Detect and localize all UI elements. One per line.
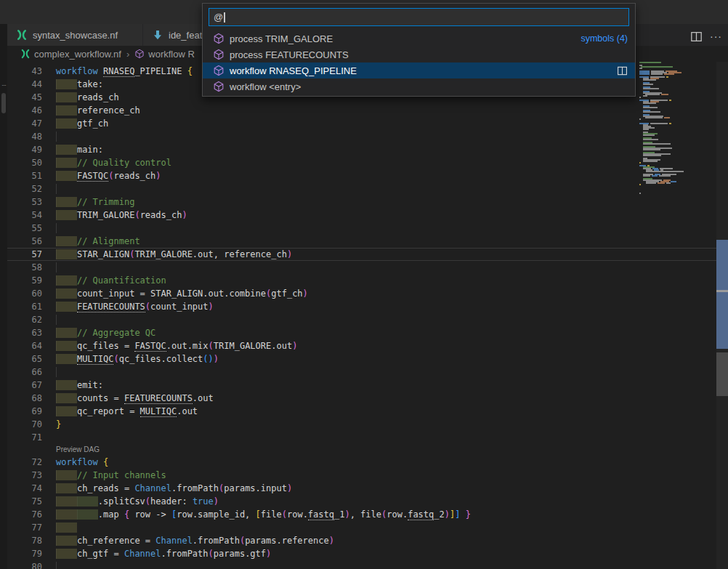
open-to-side-icon[interactable] bbox=[617, 65, 628, 76]
line-number: 56 bbox=[7, 235, 42, 248]
code-line[interactable]: 78 ch_reference = Channel.fromPath(param… bbox=[7, 534, 728, 547]
line-number: 71 bbox=[7, 431, 42, 444]
line-content: // Quantification bbox=[56, 274, 166, 287]
scrollbar-thumb[interactable] bbox=[716, 352, 728, 396]
code-line[interactable]: 68 counts = FEATURECOUNTS.out bbox=[7, 392, 728, 405]
code-line[interactable]: 71 bbox=[7, 431, 728, 444]
split-editor-icon[interactable] bbox=[690, 31, 703, 43]
quick-open-item-label: workflow <entry> bbox=[230, 81, 301, 92]
code-line[interactable]: 59 // Quantification bbox=[7, 274, 728, 287]
line-number: 80 bbox=[7, 560, 42, 569]
line-content: ch_reference = Channel.fromPath(params.r… bbox=[56, 534, 334, 547]
code-editor[interactable]: 43workflow RNASEQ_PIPELINE {44 take:45 r… bbox=[7, 62, 728, 569]
line-number: 47 bbox=[7, 117, 42, 130]
code-line[interactable]: 72workflow { bbox=[7, 456, 728, 469]
scrollbar-track[interactable] bbox=[716, 62, 728, 569]
line-content bbox=[56, 222, 77, 235]
text-cursor bbox=[224, 12, 225, 23]
line-number: 49 bbox=[7, 143, 42, 156]
line-number: 67 bbox=[7, 379, 42, 392]
code-line[interactable]: 61 FEATURECOUNTS(count_input) bbox=[7, 300, 728, 313]
codelens-preview-dag[interactable]: Preview DAG bbox=[7, 444, 728, 456]
code-line[interactable]: 48 bbox=[7, 130, 728, 143]
line-number: 79 bbox=[7, 547, 42, 560]
quick-open-item[interactable]: process FEATURECOUNTS bbox=[203, 47, 635, 62]
code-line[interactable]: 51 FASTQC(reads_ch) bbox=[7, 169, 728, 182]
symbol-cube-icon bbox=[134, 49, 145, 59]
line-number: 69 bbox=[7, 405, 42, 418]
line-number: 45 bbox=[7, 91, 42, 104]
line-number: 58 bbox=[7, 261, 42, 274]
code-line[interactable]: 58 bbox=[7, 261, 728, 274]
line-content: qc_files = FASTQC.out.mix(TRIM_GALORE.ou… bbox=[56, 339, 297, 352]
line-content: workflow { bbox=[56, 456, 108, 469]
code-line[interactable]: 65 MULTIQC(qc_files.collect()) bbox=[7, 352, 728, 366]
quick-open-item[interactable]: process TRIM_GALOREsymbols (4) bbox=[203, 31, 635, 47]
line-content bbox=[56, 261, 77, 274]
code-line[interactable]: 66 bbox=[7, 366, 728, 379]
line-content bbox=[56, 313, 77, 326]
code-line[interactable]: 80 bbox=[7, 560, 728, 569]
overflow-ellipsis-icon[interactable]: ··· bbox=[0, 81, 7, 89]
code-line[interactable]: 46 reference_ch bbox=[7, 104, 728, 117]
code-line[interactable]: 49 main: bbox=[7, 143, 728, 156]
code-line[interactable]: 64 qc_files = FASTQC.out.mix(TRIM_GALORE… bbox=[7, 339, 728, 352]
code-line[interactable]: 50 // Quality control bbox=[7, 156, 728, 169]
code-line[interactable]: 69 qc_report = MULTIQC.out bbox=[7, 405, 728, 418]
line-number: 51 bbox=[7, 169, 42, 182]
code-line[interactable]: 54 TRIM_GALORE(reads_ch) bbox=[7, 209, 728, 222]
code-line[interactable]: 70} bbox=[7, 418, 728, 431]
scrollbar-decoration-lower[interactable] bbox=[716, 292, 728, 349]
symbol-cube-icon bbox=[213, 49, 225, 60]
line-content bbox=[56, 130, 77, 143]
line-content: FEATURECOUNTS(count_input) bbox=[56, 300, 214, 313]
code-line[interactable]: 62 bbox=[7, 313, 728, 326]
code-line[interactable]: 60 count_input = STAR_ALIGN.out.combine(… bbox=[7, 287, 728, 300]
line-content: .map { row -> [row.sample_id, [file(row.… bbox=[56, 508, 471, 521]
breadcrumb-separator: › bbox=[125, 49, 131, 60]
code-line[interactable]: 75 .splitCsv(header: true) bbox=[7, 495, 728, 508]
code-line[interactable]: 56 // Alignment bbox=[7, 235, 728, 248]
code-area: 43workflow RNASEQ_PIPELINE {44 take:45 r… bbox=[7, 65, 728, 569]
line-content bbox=[56, 182, 77, 195]
line-number: 75 bbox=[7, 495, 42, 508]
quick-open-item-label: process TRIM_GALORE bbox=[230, 33, 333, 44]
code-line[interactable]: 74 ch_reads = Channel.fromPath(params.in… bbox=[7, 482, 728, 495]
code-line[interactable]: 67 emit: bbox=[7, 379, 728, 392]
quick-open-input[interactable]: @ bbox=[209, 8, 629, 26]
line-content: qc_report = MULTIQC.out bbox=[56, 405, 198, 418]
code-line[interactable]: 76 .map { row -> [row.sample_id, [file(r… bbox=[7, 508, 728, 521]
line-content: // Alignment bbox=[56, 235, 140, 248]
line-content: reads_ch bbox=[56, 91, 119, 104]
code-line[interactable]: 53 // Trimming bbox=[7, 195, 728, 209]
line-number: 50 bbox=[7, 156, 42, 169]
code-line[interactable]: 63 // Aggregate QC bbox=[7, 326, 728, 339]
more-actions-icon[interactable]: ··· bbox=[710, 31, 722, 42]
code-line[interactable]: 47 gtf_ch bbox=[7, 117, 728, 130]
line-content: FASTQC(reads_ch) bbox=[56, 169, 161, 182]
minimap-row bbox=[639, 193, 706, 194]
tab-syntax-showcase[interactable]: syntax_showcase.nf bbox=[7, 24, 142, 46]
line-number: 61 bbox=[7, 300, 42, 313]
breadcrumb-file[interactable]: complex_workflow.nf bbox=[34, 49, 121, 60]
quick-open-item[interactable]: workflow RNASEQ_PIPELINE bbox=[203, 62, 635, 78]
line-content: take: bbox=[56, 78, 103, 91]
code-line[interactable]: 77 bbox=[7, 521, 728, 534]
line-number: 78 bbox=[7, 534, 42, 547]
line-content: // Aggregate QC bbox=[56, 326, 155, 339]
code-line[interactable]: 73 // Input channels bbox=[7, 469, 728, 482]
line-number: 63 bbox=[7, 326, 42, 339]
code-line[interactable]: 79 ch_gtf = Channel.fromPath(params.gtf) bbox=[7, 547, 728, 560]
code-line[interactable]: 57 STAR_ALIGN(TRIM_GALORE.out, reference… bbox=[7, 248, 728, 261]
rail-scrollbar-thumb[interactable] bbox=[1, 93, 6, 113]
line-content: // Input channels bbox=[56, 469, 166, 482]
code-line[interactable]: 55 bbox=[7, 222, 728, 235]
quick-open-item[interactable]: workflow <entry> bbox=[203, 78, 635, 94]
line-content: main: bbox=[56, 143, 103, 156]
minimap[interactable] bbox=[639, 62, 706, 569]
scrollbar-decoration-upper[interactable] bbox=[716, 240, 728, 290]
breadcrumb-symbol[interactable]: workflow R bbox=[148, 49, 195, 60]
code-line[interactable]: 52 bbox=[7, 182, 728, 195]
line-content: reference_ch bbox=[56, 104, 140, 117]
line-content: } bbox=[56, 418, 61, 431]
